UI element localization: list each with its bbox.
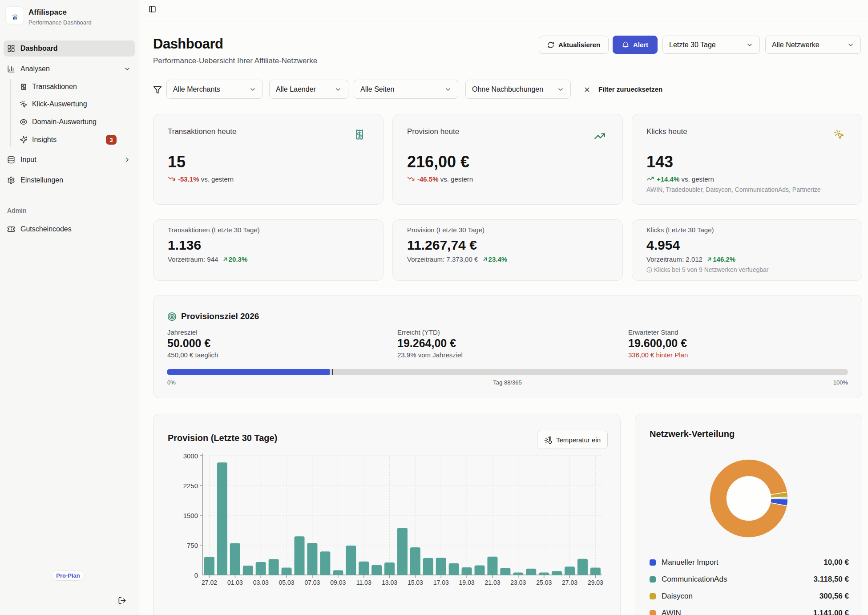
svg-text:21.03: 21.03 xyxy=(484,579,500,586)
svg-text:0: 0 xyxy=(194,571,198,579)
svg-text:19.03: 19.03 xyxy=(459,579,475,586)
svg-text:03.03: 03.03 xyxy=(253,579,269,586)
svg-text:25.03: 25.03 xyxy=(536,579,552,586)
svg-text:09.03: 09.03 xyxy=(330,579,346,586)
svg-text:27.03: 27.03 xyxy=(562,579,577,586)
svg-text:23.03: 23.03 xyxy=(510,579,526,586)
svg-text:2250: 2250 xyxy=(183,482,198,490)
svg-text:15.03: 15.03 xyxy=(408,579,423,586)
svg-text:750: 750 xyxy=(187,542,198,549)
svg-text:1500: 1500 xyxy=(183,512,198,519)
svg-text:05.03: 05.03 xyxy=(279,579,295,586)
svg-text:3000: 3000 xyxy=(183,452,198,460)
svg-text:07.03: 07.03 xyxy=(304,579,320,586)
svg-text:27.02: 27.02 xyxy=(202,579,217,586)
svg-text:11.03: 11.03 xyxy=(356,579,371,586)
svg-text:29.03: 29.03 xyxy=(588,579,603,586)
svg-text:13.03: 13.03 xyxy=(382,579,397,586)
svg-text:01.03: 01.03 xyxy=(227,579,243,586)
svg-text:17.03: 17.03 xyxy=(433,579,449,586)
